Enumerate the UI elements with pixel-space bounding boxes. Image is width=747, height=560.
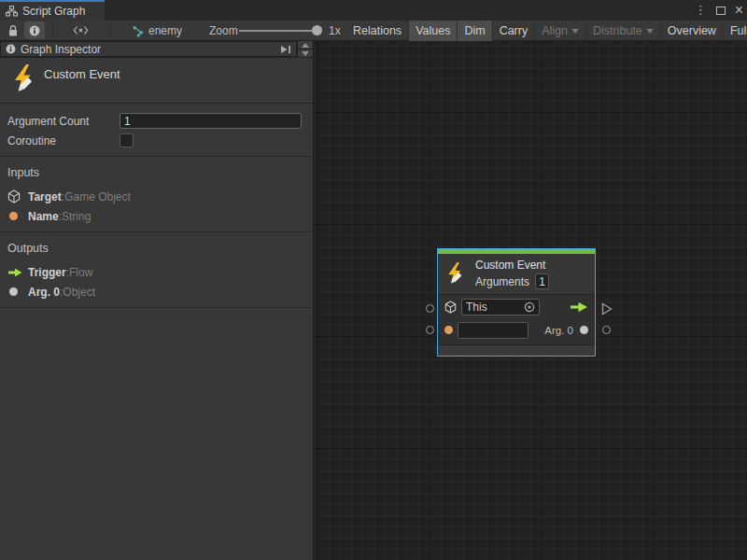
port-name: Target (28, 190, 62, 203)
carry-button[interactable]: Carry (493, 21, 536, 41)
window-close-icon[interactable]: × (735, 4, 743, 17)
inputs-section: Inputs Target : Game Object Name : Strin… (0, 157, 313, 232)
coroutine-row: Coroutine (0, 131, 313, 150)
graph-toolbar: enemy Zoom 1x Relations Values Dim Carry… (0, 21, 747, 41)
dock-panel-icon[interactable] (280, 45, 291, 54)
zoom-slider-track[interactable] (239, 30, 317, 32)
cube-icon (7, 189, 28, 203)
script-graph-icon (6, 6, 18, 17)
spinner-up-button[interactable] (298, 41, 313, 49)
argument-count-row: Argument Count (0, 111, 313, 131)
graph-inspector-titlebar[interactable]: Graph Inspector (0, 41, 297, 57)
graph-inspector-header: Graph Inspector (0, 41, 313, 58)
script-graph-asset-icon (131, 24, 144, 37)
tab-script-graph[interactable]: Script Graph (0, 0, 105, 21)
inputs-heading: Inputs (0, 157, 313, 187)
triangle-down-icon (302, 51, 309, 56)
cube-icon (444, 301, 457, 314)
overview-button[interactable]: Overview (661, 21, 724, 41)
distribute-button[interactable]: Distribute (586, 21, 661, 41)
outputs-heading: Outputs (0, 232, 313, 262)
output-port-trigger[interactable] (601, 302, 613, 318)
node-row-arg0: Arg. 0 (438, 318, 595, 342)
zoom-value: 1x (329, 24, 341, 37)
port-type: Game Object (64, 190, 131, 203)
graph-breadcrumb[interactable]: enemy (131, 21, 182, 41)
relations-button[interactable]: Relations (346, 21, 409, 41)
zoom-slider-handle[interactable] (312, 25, 322, 35)
tab-title: Script Graph (22, 5, 85, 18)
node-header: Custom Event Arguments 1 (438, 254, 595, 295)
unit-title: Custom Event (44, 67, 120, 81)
zoom-label: Zoom (209, 24, 238, 37)
arg0-input-field[interactable] (458, 322, 529, 339)
argument-count-input[interactable] (120, 113, 302, 129)
triangle-up-icon (302, 43, 309, 48)
unit-fields: Argument Count Coroutine (0, 104, 313, 157)
argument-count-label: Argument Count (7, 115, 120, 128)
info-toggle-icon[interactable] (24, 21, 45, 39)
node-arguments-value[interactable]: 1 (535, 273, 549, 289)
port-row-trigger: Trigger : Flow (0, 262, 313, 282)
target-object-value: This (466, 301, 487, 314)
values-button[interactable]: Values (409, 21, 458, 41)
lock-icon[interactable] (4, 21, 22, 39)
panel-title: Graph Inspector (21, 43, 275, 56)
input-port-target[interactable] (426, 304, 434, 313)
panel-spinner (297, 41, 313, 57)
coroutine-label: Coroutine (7, 134, 120, 147)
flow-arrow-icon (569, 301, 588, 313)
spinner-down-button[interactable] (298, 49, 313, 57)
toolbar-separator (110, 22, 111, 39)
outputs-section: Outputs Trigger : Flow Arg. 0 : Object (0, 232, 313, 308)
info-icon (6, 44, 16, 54)
port-name: Trigger (28, 266, 66, 279)
window-maximize-icon[interactable] (716, 7, 726, 15)
node-body: This (438, 295, 595, 344)
tab-bar: Script Graph ⋮ × (0, 0, 747, 21)
port-row-arg0: Arg. 0 : Object (0, 282, 313, 301)
target-object-field[interactable]: This (461, 299, 540, 315)
object-dot-icon (580, 326, 588, 334)
arg0-label: Arg. 0 (544, 325, 573, 336)
dim-button[interactable]: Dim (458, 21, 492, 41)
input-port-name[interactable] (426, 326, 434, 334)
custom-event-node[interactable]: Custom Event Arguments 1 (437, 248, 596, 357)
unit-header: Custom Event (0, 58, 313, 104)
node-title: Custom Event (475, 259, 549, 272)
string-dot-icon (7, 212, 28, 220)
graph-name: enemy (148, 24, 182, 37)
chevron-down-icon (571, 29, 579, 34)
node-arguments-label: Arguments (475, 275, 529, 288)
port-row-name: Name : String (0, 206, 313, 226)
string-dot-icon (444, 326, 453, 334)
full-screen-button[interactable]: Full Screen (724, 21, 747, 41)
unity-visual-scripting-window: Script Graph ⋮ × (0, 0, 747, 560)
chevron-down-icon (646, 29, 654, 34)
toolbar-separator (52, 22, 53, 39)
graph-inspector-panel: Graph Inspector (0, 41, 314, 560)
code-view-icon[interactable] (67, 21, 93, 39)
object-picker-icon[interactable] (524, 301, 535, 313)
port-type: Flow (69, 266, 92, 279)
window-controls: ⋮ × (695, 0, 743, 21)
node-footer (438, 344, 595, 356)
output-port-arg0[interactable] (602, 326, 611, 334)
port-name: Name (28, 210, 59, 223)
port-row-target: Target : Game Object (0, 187, 313, 206)
custom-event-icon (11, 63, 41, 98)
port-name: Arg. 0 (28, 286, 60, 299)
custom-event-icon (445, 261, 469, 287)
port-type: String (62, 210, 91, 223)
port-type: Object (63, 286, 95, 299)
graph-canvas[interactable]: Custom Event Arguments 1 (315, 41, 747, 560)
window-menu-icon[interactable]: ⋮ (695, 4, 707, 17)
align-button[interactable]: Align (535, 21, 586, 41)
node-row-target: This (438, 295, 595, 318)
flow-arrow-icon (7, 268, 28, 277)
object-dot-icon (7, 287, 28, 296)
coroutine-checkbox[interactable] (120, 133, 134, 147)
toolbar-buttons: Relations Values Dim Carry Align Distrib… (346, 21, 747, 41)
